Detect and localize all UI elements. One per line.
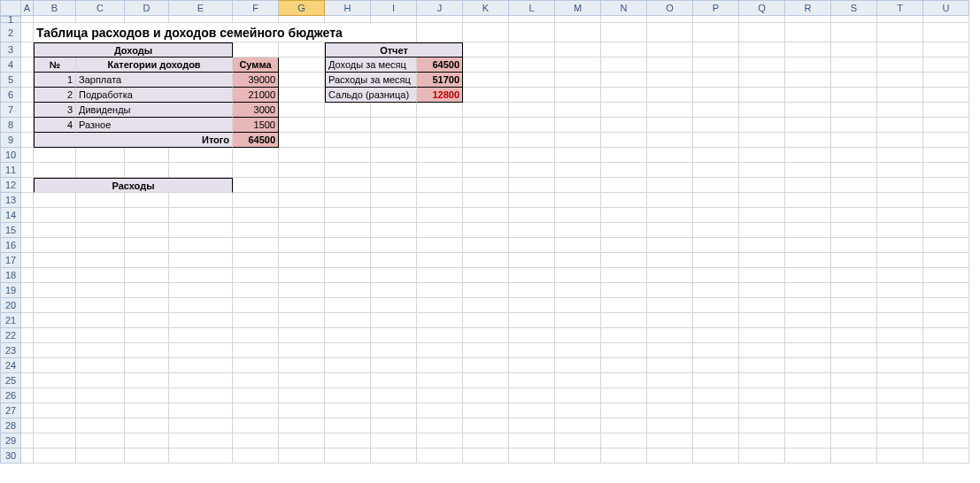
cell[interactable] [371, 373, 417, 388]
cell[interactable] [647, 178, 693, 193]
cell[interactable] [21, 328, 34, 343]
cell[interactable] [831, 268, 877, 283]
cell[interactable] [785, 283, 831, 298]
cell[interactable] [831, 313, 877, 328]
cell[interactable] [739, 358, 785, 373]
cell[interactable] [877, 73, 923, 88]
cell[interactable] [647, 58, 693, 73]
cell[interactable] [76, 298, 125, 313]
cell[interactable] [693, 148, 739, 163]
cell[interactable] [693, 163, 739, 178]
cell[interactable] [831, 118, 877, 133]
cell[interactable] [169, 418, 233, 433]
cell[interactable] [371, 118, 417, 133]
cell[interactable] [693, 73, 739, 88]
cell[interactable] [739, 42, 785, 58]
cell[interactable] [739, 88, 785, 103]
cell[interactable] [509, 268, 555, 283]
cell[interactable] [601, 253, 647, 268]
cell[interactable] [739, 403, 785, 418]
cell[interactable] [34, 448, 76, 464]
cell[interactable] [169, 298, 233, 313]
cell[interactable] [831, 133, 877, 148]
cell[interactable] [233, 208, 279, 223]
cell[interactable] [325, 103, 371, 118]
cell[interactable] [647, 238, 693, 253]
cell[interactable] [785, 358, 831, 373]
cell[interactable] [601, 328, 647, 343]
cell[interactable] [125, 358, 169, 373]
cell[interactable] [21, 298, 34, 313]
cell[interactable] [555, 433, 601, 448]
cell[interactable]: Сальдо (разница) [325, 88, 417, 103]
cell[interactable] [279, 103, 325, 118]
cell[interactable] [601, 358, 647, 373]
col-header-I[interactable]: I [371, 0, 417, 16]
cell[interactable] [279, 343, 325, 358]
cell[interactable]: Сумма [233, 58, 279, 73]
cell[interactable] [693, 42, 739, 58]
cell[interactable] [601, 418, 647, 433]
cell[interactable] [739, 268, 785, 283]
cell[interactable] [125, 16, 169, 23]
cell[interactable] [371, 163, 417, 178]
cell[interactable] [785, 448, 831, 464]
cell[interactable] [325, 238, 371, 253]
cell[interactable] [76, 268, 125, 283]
cell[interactable] [233, 433, 279, 448]
cell[interactable] [739, 418, 785, 433]
cell[interactable] [279, 403, 325, 418]
cell[interactable] [509, 16, 555, 23]
row-header[interactable]: 4 [0, 58, 21, 73]
cell[interactable] [601, 433, 647, 448]
cell[interactable] [693, 358, 739, 373]
cell[interactable] [509, 313, 555, 328]
cell[interactable] [785, 268, 831, 283]
cell[interactable] [923, 73, 969, 88]
cell[interactable] [21, 193, 34, 208]
row-header[interactable]: 13 [0, 193, 21, 208]
cell[interactable] [233, 343, 279, 358]
cell[interactable] [555, 193, 601, 208]
cell[interactable] [279, 433, 325, 448]
cell[interactable]: Таблица расходов и доходов семейного бюд… [34, 23, 417, 42]
cell[interactable] [555, 16, 601, 23]
cell[interactable] [923, 343, 969, 358]
cell[interactable] [785, 388, 831, 403]
cell[interactable] [233, 283, 279, 298]
cell[interactable] [21, 343, 34, 358]
cell[interactable] [21, 358, 34, 373]
cell[interactable] [76, 418, 125, 433]
cell[interactable] [785, 298, 831, 313]
cell[interactable] [279, 253, 325, 268]
cell[interactable] [601, 16, 647, 23]
cell[interactable] [831, 448, 877, 464]
cell[interactable] [555, 328, 601, 343]
cell[interactable] [739, 328, 785, 343]
cell[interactable] [877, 298, 923, 313]
cell[interactable] [555, 178, 601, 193]
cell[interactable] [739, 298, 785, 313]
cell[interactable] [279, 148, 325, 163]
cell[interactable] [233, 403, 279, 418]
cell[interactable] [877, 403, 923, 418]
cell[interactable] [125, 313, 169, 328]
cell[interactable] [279, 16, 325, 23]
cell[interactable] [463, 343, 509, 358]
cell[interactable] [739, 283, 785, 298]
cell[interactable] [693, 88, 739, 103]
cell[interactable] [647, 16, 693, 23]
cell[interactable] [647, 208, 693, 223]
cell[interactable] [279, 58, 325, 73]
cell[interactable] [601, 208, 647, 223]
cell[interactable] [555, 448, 601, 464]
cell[interactable] [877, 358, 923, 373]
cell[interactable] [601, 403, 647, 418]
cell[interactable] [325, 328, 371, 343]
cell[interactable] [463, 418, 509, 433]
col-header-T[interactable]: T [877, 0, 923, 16]
cell[interactable] [831, 16, 877, 23]
cell[interactable] [463, 253, 509, 268]
cell[interactable] [693, 373, 739, 388]
cell[interactable] [169, 313, 233, 328]
